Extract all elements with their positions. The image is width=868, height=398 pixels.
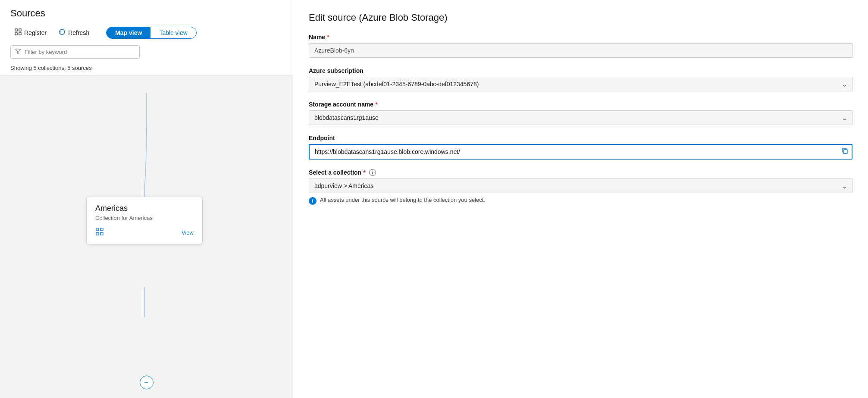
zoom-minus-control[interactable]: − bbox=[140, 376, 154, 389]
collection-info-icon: i bbox=[369, 169, 376, 176]
name-input[interactable] bbox=[309, 43, 852, 58]
view-toggle: Map view Table view bbox=[106, 27, 197, 39]
storage-select-wrap: blobdatascans1rg1ause ⌄ bbox=[309, 110, 852, 125]
right-panel: Edit source (Azure Blob Storage) Name * … bbox=[293, 0, 868, 398]
endpoint-input-wrap bbox=[309, 144, 852, 160]
panel-title: Edit source (Azure Blob Storage) bbox=[309, 12, 852, 23]
collection-required-star: * bbox=[363, 169, 365, 176]
filter-input[interactable] bbox=[25, 49, 135, 55]
storage-label: Storage account name * bbox=[309, 101, 852, 108]
table-view-button[interactable]: Table view bbox=[150, 27, 196, 38]
map-node-footer: View bbox=[95, 227, 194, 238]
form-group-storage: Storage account name * blobdatascans1rg1… bbox=[309, 101, 852, 125]
toolbar-divider bbox=[99, 28, 99, 38]
register-button[interactable]: Register bbox=[10, 26, 51, 39]
svg-rect-9 bbox=[843, 150, 847, 154]
collection-note-text: All assets under this source will belong… bbox=[320, 197, 485, 203]
endpoint-input[interactable] bbox=[309, 144, 852, 160]
collection-info-note: i All assets under this source will belo… bbox=[309, 197, 852, 205]
svg-rect-2 bbox=[15, 33, 17, 35]
map-node-view-link[interactable]: View bbox=[182, 229, 194, 236]
subscription-select-wrap: Purview_E2ETest (abcdef01-2345-6789-0abc… bbox=[309, 77, 852, 91]
map-node-americas: Americas Collection for Americas View bbox=[86, 197, 203, 244]
refresh-icon bbox=[59, 28, 66, 37]
register-grid-icon bbox=[15, 28, 22, 37]
refresh-label: Refresh bbox=[68, 29, 89, 36]
zoom-minus-icon: − bbox=[144, 378, 149, 387]
svg-rect-7 bbox=[96, 232, 99, 235]
form-group-collection: Select a collection * i adpurview > Amer… bbox=[309, 169, 852, 205]
sources-title: Sources bbox=[10, 8, 282, 19]
map-node-grid-icon bbox=[95, 227, 104, 238]
svg-rect-5 bbox=[96, 228, 99, 231]
left-panel: Sources Register bbox=[0, 0, 293, 398]
svg-rect-8 bbox=[100, 232, 103, 235]
name-required-star: * bbox=[327, 34, 329, 41]
filter-row bbox=[0, 45, 293, 63]
map-node-title: Americas bbox=[95, 204, 194, 213]
storage-required-star: * bbox=[375, 101, 377, 108]
form-group-endpoint: Endpoint bbox=[309, 135, 852, 160]
subscription-select[interactable]: Purview_E2ETest (abcdef01-2345-6789-0abc… bbox=[309, 77, 852, 91]
register-label: Register bbox=[24, 29, 47, 36]
map-area: Americas Collection for Americas View − bbox=[0, 75, 293, 398]
toolbar: Register Refresh Map view Table view bbox=[10, 26, 282, 39]
collection-label: Select a collection * i bbox=[309, 169, 852, 176]
collection-select-wrap: adpurview > Americas ⌄ bbox=[309, 179, 852, 193]
filter-icon bbox=[15, 48, 21, 56]
collection-select[interactable]: adpurview > Americas bbox=[309, 179, 852, 193]
svg-marker-4 bbox=[16, 49, 21, 53]
showing-text: Showing 5 collections, 5 sources bbox=[0, 63, 293, 75]
info-filled-icon: i bbox=[309, 197, 316, 205]
form-group-subscription: Azure subscription Purview_E2ETest (abcd… bbox=[309, 67, 852, 91]
subscription-label: Azure subscription bbox=[309, 67, 852, 74]
left-header: Sources Register bbox=[0, 0, 293, 45]
form-group-name: Name * bbox=[309, 34, 852, 58]
storage-select[interactable]: blobdatascans1rg1ause bbox=[309, 110, 852, 125]
svg-rect-0 bbox=[15, 29, 17, 31]
refresh-button[interactable]: Refresh bbox=[54, 26, 94, 39]
map-node-subtitle: Collection for Americas bbox=[95, 215, 194, 221]
endpoint-label: Endpoint bbox=[309, 135, 852, 141]
svg-rect-3 bbox=[19, 33, 21, 35]
filter-input-wrap bbox=[10, 45, 140, 59]
map-view-button[interactable]: Map view bbox=[107, 27, 150, 38]
svg-rect-6 bbox=[100, 228, 103, 231]
copy-icon[interactable] bbox=[841, 147, 848, 156]
name-label: Name * bbox=[309, 34, 852, 41]
svg-rect-1 bbox=[19, 29, 21, 31]
